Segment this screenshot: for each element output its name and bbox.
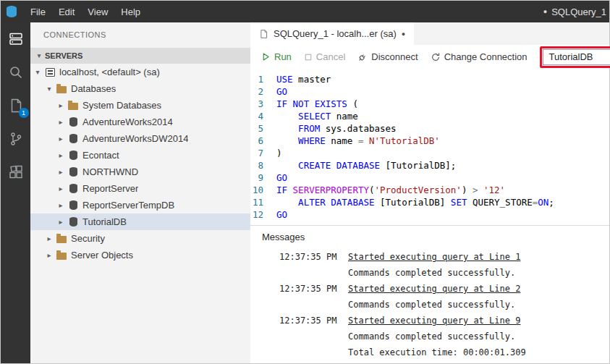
- database-icon: [67, 151, 80, 160]
- change-connection-button[interactable]: Change Connection: [431, 51, 528, 62]
- chevron-right-icon[interactable]: ▸: [55, 201, 67, 209]
- servers-section-header[interactable]: ▾ SERVERS: [30, 48, 250, 64]
- code-text: FROM sys.databases: [276, 122, 397, 135]
- code-line[interactable]: 10IF SERVERPROPERTY('ProductVersion') > …: [250, 184, 609, 196]
- line-number: 8: [250, 159, 276, 172]
- code-text: WHERE name = N'TutorialDB': [276, 135, 440, 147]
- extensions-icon[interactable]: [7, 163, 25, 182]
- folder-icon: [67, 101, 80, 110]
- chevron-right-icon[interactable]: ▸: [55, 218, 67, 226]
- code-line[interactable]: 5 FROM sys.databases: [250, 122, 609, 135]
- tree-item[interactable]: ▾Databases: [30, 80, 250, 97]
- app-window: FileEditViewHelp ● SQLQuery_1: [0, 0, 610, 364]
- messages-panel: Messages 12:37:35 PMStarted executing qu…: [250, 225, 609, 363]
- code-text: GO: [276, 85, 287, 98]
- code-text: GO: [276, 208, 287, 221]
- code-line[interactable]: 2GO: [250, 85, 609, 98]
- chevron-right-icon[interactable]: ▸: [43, 234, 55, 242]
- code-line[interactable]: 7): [250, 147, 609, 159]
- line-number: 12: [250, 208, 276, 221]
- source-control-icon[interactable]: [7, 130, 25, 148]
- tab-sqlquery1[interactable]: SQLQuery_1 - localh...er (sa) ●: [250, 22, 414, 45]
- database-dropdown[interactable]: TutorialDB: [543, 49, 610, 65]
- code-line[interactable]: 8 CREATE DATABASE [TutorialDB];: [250, 159, 609, 172]
- servers-activity-icon[interactable]: [7, 30, 25, 48]
- tree-item[interactable]: ▸AdventureWorks2014: [30, 114, 250, 130]
- code-line[interactable]: 1USE master: [250, 73, 609, 85]
- menu-view[interactable]: View: [81, 1, 114, 22]
- run-icon: [261, 52, 271, 62]
- code-line[interactable]: 4 SELECT name: [250, 110, 609, 122]
- disconnect-label: Disconnect: [371, 51, 418, 62]
- tree-item[interactable]: ▸NORTHWND: [30, 164, 250, 180]
- message-row: Commands completed successfully.: [250, 265, 609, 281]
- code-text: USE master: [276, 73, 331, 85]
- message-row: Commands completed successfully.: [250, 329, 609, 344]
- tree-item[interactable]: ▸System Databases: [30, 97, 250, 114]
- tree-item-label: ReportServerTempDB: [82, 200, 174, 211]
- chevron-down-icon[interactable]: ▾: [43, 85, 55, 93]
- servers-section-label: SERVERS: [45, 51, 82, 60]
- message-link[interactable]: Started executing query at Line 1: [348, 252, 520, 262]
- tree-item[interactable]: ▸Server Objects: [30, 247, 250, 263]
- message-time: 12:37:35 PM: [279, 252, 348, 262]
- chevron-right-icon[interactable]: ▸: [43, 251, 55, 259]
- chevron-right-icon[interactable]: ▸: [55, 168, 67, 176]
- tree-item-label: NORTHWND: [82, 166, 138, 177]
- message-link[interactable]: Started executing query at Line 9: [348, 316, 520, 326]
- database-icon: [67, 167, 80, 177]
- run-button[interactable]: Run: [261, 51, 292, 62]
- menubar: FileEditViewHelp: [24, 1, 147, 22]
- titlebar: FileEditViewHelp ● SQLQuery_1: [1, 1, 609, 22]
- tree-item[interactable]: ▸Econtact: [30, 147, 250, 164]
- tree-item-label: localhost, <default> (sa): [59, 67, 160, 77]
- cancel-label: Cancel: [316, 51, 345, 62]
- code-line[interactable]: 12GO: [250, 208, 609, 221]
- message-text: Commands completed successfully.: [348, 300, 515, 310]
- folder-icon: [55, 84, 68, 93]
- code-line[interactable]: 9GO: [250, 172, 609, 184]
- chevron-down-icon[interactable]: ▾: [32, 68, 43, 76]
- tree-item-label: System Databases: [82, 100, 161, 111]
- code-editor[interactable]: 1USE master2GO3IF NOT EXISTS (4 SELECT n…: [250, 69, 609, 225]
- tree-item[interactable]: ▸ReportServerTempDB: [30, 197, 250, 213]
- line-number: 3: [250, 98, 276, 110]
- code-line[interactable]: 3IF NOT EXISTS (: [250, 98, 609, 110]
- chevron-right-icon[interactable]: ▸: [55, 135, 67, 143]
- cancel-button[interactable]: Cancel: [304, 51, 345, 62]
- chevron-right-icon[interactable]: ▸: [55, 101, 67, 109]
- tree-item-label: AdventureWorksDW2014: [82, 133, 188, 144]
- code-line[interactable]: 11 ALTER DATABASE [TutorialDB] SET QUERY…: [250, 196, 609, 208]
- disconnect-icon: [357, 52, 368, 62]
- tree-item[interactable]: ▸TutorialDB: [30, 213, 250, 230]
- code-text: ): [276, 147, 282, 159]
- run-label: Run: [274, 51, 292, 62]
- menu-help[interactable]: Help: [114, 1, 147, 22]
- tree-item[interactable]: ▾localhost, <default> (sa): [30, 64, 250, 80]
- tree-item[interactable]: ▸ReportServer: [30, 180, 250, 197]
- message-time: 12:37:35 PM: [279, 284, 348, 294]
- chevron-right-icon[interactable]: ▸: [55, 185, 67, 192]
- tree-item[interactable]: ▸AdventureWorksDW2014: [30, 130, 250, 147]
- disconnect-button[interactable]: Disconnect: [357, 51, 418, 62]
- window-title: ● SQLQuery_1: [543, 7, 609, 17]
- message-link[interactable]: Started executing query at Line 2: [348, 284, 520, 294]
- tab-strip: SQLQuery_1 - localh...er (sa) ●: [250, 22, 609, 45]
- message-time: 12:37:35 PM: [279, 316, 348, 326]
- menu-edit[interactable]: Edit: [52, 1, 81, 22]
- search-icon[interactable]: [7, 63, 25, 82]
- message-row: 12:37:35 PMStarted executing query at Li…: [250, 281, 609, 297]
- chevron-right-icon[interactable]: ▸: [55, 151, 67, 159]
- line-number: 9: [250, 172, 276, 184]
- task-history-icon[interactable]: 1: [7, 96, 25, 115]
- sidebar-title: CONNECTIONS: [30, 22, 250, 48]
- code-line[interactable]: 6 WHERE name = N'TutorialDB': [250, 135, 609, 147]
- main-region: 1 CONNECTIONS ▾ SERVERS ▾lo: [1, 22, 609, 363]
- folder-icon: [55, 250, 68, 260]
- dirty-dot-icon: ●: [543, 8, 547, 15]
- tree-item-label: TutorialDB: [82, 216, 127, 227]
- line-number: 10: [250, 184, 276, 196]
- menu-file[interactable]: File: [24, 1, 52, 22]
- chevron-right-icon[interactable]: ▸: [55, 118, 67, 126]
- tree-item[interactable]: ▸Security: [30, 230, 250, 247]
